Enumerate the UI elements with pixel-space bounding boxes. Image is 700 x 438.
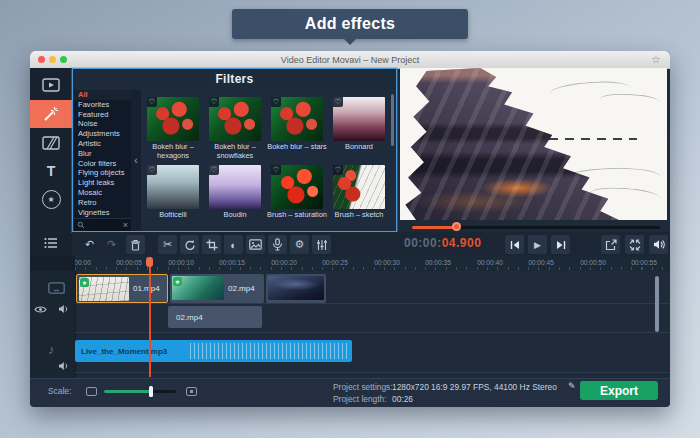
timeline-menu-button[interactable]	[36, 234, 66, 252]
tab-stickers[interactable]: ★	[36, 188, 66, 210]
zoom-out-icon[interactable]	[86, 387, 97, 396]
video-clip[interactable]: ★ 01.mp4	[76, 274, 168, 303]
favorite-star-icon[interactable]: ☆	[651, 53, 661, 66]
filter-thumbnail[interactable]: ♡	[271, 165, 323, 209]
category-item[interactable]: Featured	[74, 110, 131, 120]
audio-clip[interactable]: Live_the_Moment.mp3	[75, 340, 352, 362]
previous-frame-button[interactable]	[505, 235, 524, 254]
tab-transitions[interactable]	[36, 132, 66, 154]
favorite-heart-icon[interactable]: ♡	[271, 165, 281, 175]
category-item[interactable]: All	[74, 90, 131, 100]
mute-audio-track-button[interactable]	[57, 360, 71, 372]
zoom-in-icon[interactable]	[186, 387, 197, 396]
collapse-categories-button[interactable]: ‹	[131, 90, 141, 231]
favorite-heart-icon[interactable]: ♡	[147, 97, 157, 107]
category-item[interactable]: Blur	[74, 149, 131, 159]
filter-card[interactable]: ♡ Bokeh blur – stars	[266, 94, 328, 162]
category-search-field[interactable]: ×	[74, 218, 131, 231]
clip-star-badge: ★	[173, 277, 182, 286]
filter-card[interactable]: ♡ Bokeh blur – hexagons	[142, 94, 204, 162]
ruler-tick-label: 00:00:55	[624, 259, 664, 266]
split-button[interactable]: ✂	[158, 235, 177, 254]
filter-card[interactable]: ♡ Bokeh blur – snowflakes	[204, 94, 266, 162]
crop-button[interactable]	[202, 235, 221, 254]
filter-label: Bonnard	[329, 143, 389, 152]
video-clip[interactable]	[266, 274, 326, 303]
filter-card[interactable]: ♡ Brush – saturation	[266, 162, 328, 230]
filter-thumbnail[interactable]: ♡	[147, 97, 199, 141]
video-track-icon	[46, 280, 66, 295]
image-icon	[249, 239, 262, 250]
timecode: 00:00:04.900	[404, 236, 481, 250]
grid-scrollbar[interactable]	[391, 94, 394, 146]
mute-video-track-button[interactable]	[57, 303, 71, 315]
video-clip[interactable]: ★ 02.mp4	[170, 274, 264, 303]
filter-thumbnail[interactable]: ♡	[147, 165, 199, 209]
playhead[interactable]	[149, 257, 151, 377]
timeline-ruler[interactable]: 00:00:00 00:00:05 00:00:10 00:00:15 00:0…	[75, 256, 670, 271]
favorite-heart-icon[interactable]: ♡	[333, 97, 343, 107]
filter-card[interactable]: ♡ Boudin	[204, 162, 266, 230]
filter-thumbnail[interactable]: ♡	[271, 97, 323, 141]
filter-thumbnail[interactable]: ♡	[333, 165, 385, 209]
filter-thumbnail[interactable]: ♡	[209, 97, 261, 141]
next-frame-button[interactable]	[551, 235, 570, 254]
magic-wand-icon[interactable]	[36, 103, 66, 125]
settings-button[interactable]: ⚙	[290, 235, 309, 254]
overlay-clip[interactable]: 02.mp4	[168, 306, 262, 328]
filter-thumbnail[interactable]: ♡	[209, 165, 261, 209]
properties-button[interactable]	[312, 235, 331, 254]
clip-thumbnail	[268, 276, 324, 300]
banner-pointer	[344, 39, 356, 45]
category-item[interactable]: Favorites	[74, 100, 131, 110]
color-adjust-button[interactable]: ◐	[224, 235, 243, 254]
favorite-heart-icon[interactable]: ♡	[333, 165, 343, 175]
delete-button[interactable]	[126, 235, 145, 254]
filter-card[interactable]: ♡ Bonnard	[328, 94, 390, 162]
edit-settings-button[interactable]: ✎	[568, 381, 576, 391]
category-item[interactable]: Artistic	[74, 139, 131, 149]
favorite-heart-icon[interactable]: ♡	[147, 165, 157, 175]
media-icon	[42, 78, 60, 92]
favorite-heart-icon[interactable]: ♡	[209, 97, 219, 107]
add-effects-banner: Add effects	[232, 9, 468, 39]
playhead-handle[interactable]	[146, 257, 153, 267]
category-item[interactable]: Retro	[74, 198, 131, 208]
gear-icon: ⚙	[295, 238, 305, 251]
trash-icon	[130, 239, 141, 251]
timeline-scrollbar[interactable]	[655, 276, 659, 332]
tab-media[interactable]	[36, 74, 66, 96]
detach-player-button[interactable]	[601, 235, 620, 254]
filter-label: Brush – saturation	[267, 211, 327, 220]
filter-thumbnail[interactable]: ♡	[333, 97, 385, 141]
tab-titles[interactable]: T	[36, 160, 66, 182]
filter-card[interactable]: ♡ Brush – sketch	[328, 162, 390, 230]
fullscreen-button[interactable]	[625, 235, 644, 254]
clear-search-button[interactable]: ×	[123, 221, 128, 230]
category-item[interactable]: Vignettes	[74, 208, 131, 218]
volume-icon	[653, 239, 665, 250]
undo-button[interactable]: ↶	[80, 235, 99, 254]
hide-track-button[interactable]	[33, 304, 47, 314]
seek-handle[interactable]	[452, 222, 461, 231]
favorite-heart-icon[interactable]: ♡	[209, 165, 219, 175]
category-item[interactable]: Color filters	[74, 159, 131, 169]
category-item[interactable]: Light leaks	[74, 178, 131, 188]
category-item[interactable]: Flying objects	[74, 168, 131, 178]
rotate-button[interactable]	[180, 235, 199, 254]
play-button[interactable]: ▶	[528, 235, 547, 254]
favorite-heart-icon[interactable]: ♡	[271, 97, 281, 107]
category-item[interactable]: Adjustments	[74, 129, 131, 139]
redo-button[interactable]: ↷	[102, 235, 121, 254]
clip-label: 02.mp4	[228, 274, 255, 303]
image-button[interactable]	[246, 235, 265, 254]
scale-slider-handle[interactable]	[149, 386, 153, 397]
filter-card[interactable]: ♡ Botticelli	[142, 162, 204, 230]
record-voice-button[interactable]	[268, 235, 287, 254]
window-title: Video Editor Movavi – New Project	[30, 51, 670, 68]
category-item[interactable]: Mosaic	[74, 188, 131, 198]
category-item[interactable]: Noise	[74, 119, 131, 129]
export-button[interactable]: Export	[580, 381, 658, 400]
volume-button[interactable]	[649, 235, 668, 254]
filter-label: Boudin	[205, 211, 265, 220]
